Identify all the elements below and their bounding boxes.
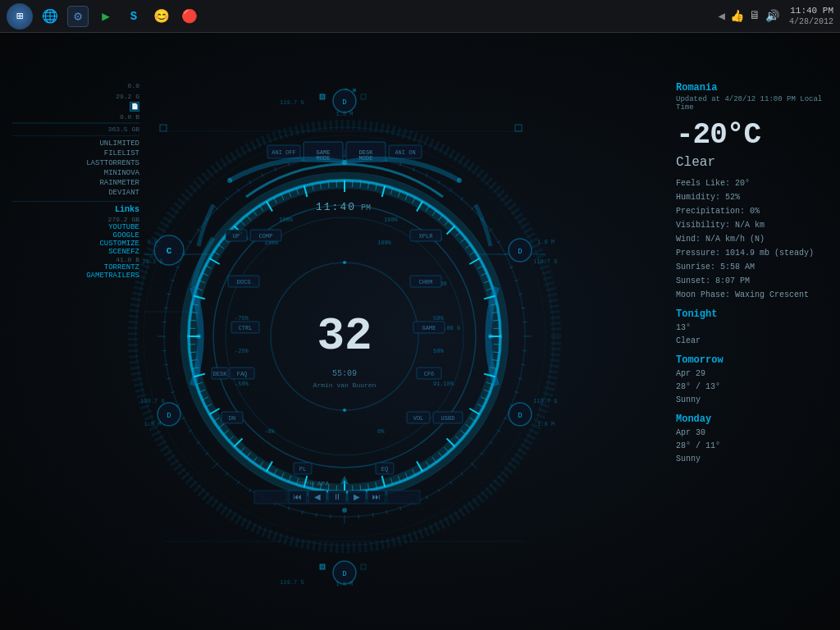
- svg-text:1.8 M: 1.8 M: [336, 581, 353, 587]
- taskbar-icon-emoji[interactable]: 😊: [151, 6, 172, 27]
- svg-point-332: [488, 334, 493, 339]
- svg-line-85: [328, 485, 329, 491]
- weather-sunrise: Sunrise: 5:58 AM: [676, 260, 832, 274]
- sidebar-scenefz[interactable]: SCENEFZ: [8, 248, 144, 256]
- svg-line-104: [206, 404, 212, 408]
- sidebar-value-3: 363.5 GB: [8, 126, 144, 133]
- svg-line-210: [189, 241, 192, 244]
- svg-line-125: [218, 244, 224, 249]
- svg-rect-314: [376, 463, 394, 474]
- svg-text:C: C: [167, 246, 172, 256]
- svg-rect-302: [410, 276, 441, 287]
- svg-line-129: [240, 221, 244, 226]
- svg-line-30: [398, 191, 400, 198]
- taskbar-icon-skype[interactable]: S: [123, 6, 144, 27]
- weather-pressure: Pressure: 1014.9 mb (steady): [676, 246, 832, 260]
- svg-text:CTRL: CTRL: [239, 325, 253, 331]
- svg-text:55:09: 55:09: [332, 369, 357, 378]
- svg-line-39: [455, 232, 460, 236]
- svg-text:119.7 G: 119.7 G: [533, 258, 557, 265]
- svg-line-165: [521, 364, 525, 365]
- sidebar-customize[interactable]: CUSTOMIZE: [8, 240, 144, 248]
- svg-line-86: [320, 484, 321, 491]
- svg-line-55: [493, 352, 500, 353]
- monitor-icon[interactable]: 🖥: [749, 9, 760, 22]
- sidebar-deviant[interactable]: DEVIANT: [8, 188, 144, 198]
- svg-line-158: [509, 267, 514, 268]
- svg-line-43: [469, 258, 479, 264]
- svg-line-209: [181, 253, 185, 255]
- svg-line-44: [477, 266, 483, 269]
- svg-line-94: [260, 462, 263, 468]
- svg-line-68: [447, 439, 455, 447]
- sidebar-value-1: 29.2 G: [8, 93, 144, 100]
- svg-line-97: [240, 447, 244, 452]
- taskbar-icon-app1[interactable]: ⚙: [67, 6, 89, 27]
- svg-text:DOCS: DOCS: [237, 279, 251, 285]
- svg-line-50: [492, 312, 499, 313]
- svg-line-109: [192, 368, 199, 369]
- svg-point-226: [499, 335, 502, 338]
- svg-text:PL: PL: [299, 466, 306, 472]
- svg-line-167: [514, 391, 518, 393]
- svg-line-60: [484, 390, 491, 392]
- sidebar-youtube[interactable]: YOUTUBE: [8, 223, 144, 231]
- svg-point-225: [187, 335, 190, 338]
- svg-rect-320: [328, 491, 346, 504]
- svg-line-100: [223, 431, 228, 435]
- svg-point-333: [342, 508, 347, 513]
- svg-line-91: [281, 472, 284, 478]
- sidebar-mininova[interactable]: MININOVA: [8, 168, 144, 178]
- svg-text:MODE: MODE: [359, 155, 373, 162]
- weather-tonight-details: 13° Clear: [676, 322, 832, 348]
- svg-line-102: [214, 418, 220, 421]
- svg-line-196: [189, 430, 192, 432]
- svg-line-166: [518, 378, 523, 379]
- svg-line-74: [413, 469, 416, 475]
- svg-line-65: [465, 424, 471, 428]
- svg-line-64: [470, 418, 476, 421]
- sidebar-rainmeter[interactable]: RAINMETER: [8, 178, 144, 188]
- svg-text:PM: PM: [361, 203, 371, 212]
- svg-text:100%: 100%: [235, 235, 249, 242]
- svg-line-146: [386, 158, 387, 162]
- like-icon[interactable]: 👍: [730, 9, 744, 23]
- back-arrow-icon[interactable]: ◀: [719, 9, 725, 23]
- sidebar-filelist[interactable]: FILELIST: [8, 148, 144, 158]
- taskbar-icon-media[interactable]: ▶: [95, 6, 116, 27]
- sidebar-unlimited[interactable]: UNLIMITED: [8, 139, 144, 148]
- svg-line-192: [226, 472, 228, 476]
- taskbar-icon-app2[interactable]: 🔴: [179, 6, 200, 27]
- weather-sunset: Sunset: 8:07 PM: [676, 274, 832, 288]
- svg-line-177: [426, 495, 427, 500]
- svg-text:50%: 50%: [433, 315, 444, 322]
- svg-line-124: [214, 252, 220, 255]
- svg-rect-20: [353, 89, 356, 92]
- svg-line-211: [197, 229, 200, 231]
- weather-tonight-title: Tonight: [676, 308, 832, 320]
- svg-text:EQ: EQ: [381, 466, 388, 472]
- svg-line-70: [439, 452, 443, 457]
- svg-rect-304: [413, 322, 445, 333]
- svg-line-47: [486, 288, 493, 290]
- weather-location: Romania: [676, 82, 832, 94]
- svg-line-154: [481, 217, 484, 220]
- svg-line-185: [316, 513, 317, 517]
- svg-line-212: [205, 217, 208, 220]
- start-button[interactable]: ⊞: [7, 3, 33, 30]
- sidebar-google[interactable]: GOOGLE: [8, 231, 144, 240]
- volume-icon[interactable]: 🔊: [765, 9, 779, 23]
- svg-line-72: [426, 462, 429, 468]
- taskbar-icon-ie[interactable]: 🌐: [39, 6, 61, 27]
- sidebar-torrentz[interactable]: TORRENTZ: [8, 263, 144, 272]
- svg-point-7: [271, 262, 418, 410]
- weather-updated: Updated at 4/28/12 11:00 PM Local Time: [676, 95, 832, 112]
- svg-text:XPLR: XPLR: [419, 233, 434, 240]
- svg-line-214: [226, 197, 228, 200]
- svg-text:100%: 100%: [279, 217, 294, 223]
- sidebar-lasttorrents[interactable]: LASTTORRENTS: [8, 158, 144, 168]
- sidebar-gametrailers[interactable]: GAMETRAILERS: [8, 272, 144, 280]
- svg-text:119.7 G: 119.7 G: [533, 398, 557, 404]
- svg-line-126: [223, 238, 228, 242]
- file-icon: 📄: [130, 102, 139, 112]
